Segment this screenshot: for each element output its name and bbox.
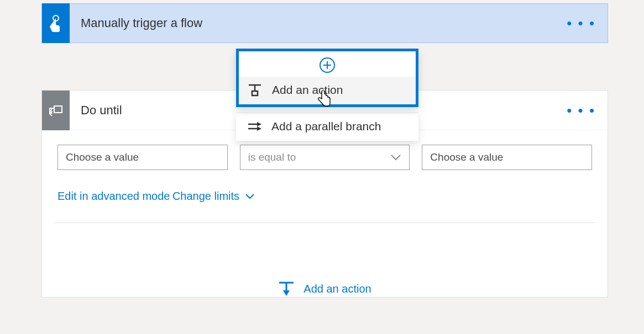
popup-add-action-label: Add an action (272, 83, 343, 97)
trigger-icon-box (42, 3, 70, 43)
plus-circle-icon (319, 57, 336, 73)
trigger-menu-button[interactable]: • • • (567, 16, 608, 30)
trigger-title: Manually trigger a flow (70, 16, 567, 30)
condition-row: is equal to (57, 145, 592, 170)
add-action-icon (248, 83, 262, 97)
svg-rect-10 (252, 91, 258, 96)
condition-right-input[interactable] (422, 145, 592, 170)
trigger-card[interactable]: Manually trigger a flow • • • (41, 3, 608, 43)
insert-step-popup: Add an action (236, 49, 418, 107)
svg-marker-4 (283, 290, 290, 296)
do-until-menu-button[interactable]: • • • (567, 103, 608, 118)
inner-add-action-button[interactable]: Add an action (57, 223, 592, 297)
svg-rect-1 (54, 106, 62, 113)
condition-left-input[interactable] (57, 145, 228, 170)
popup-parallel-branch-label: Add a parallel branch (271, 120, 381, 133)
svg-marker-14 (257, 126, 261, 131)
add-action-icon (278, 280, 295, 297)
insert-step-plus[interactable] (239, 51, 416, 77)
touch-icon (48, 14, 64, 33)
parallel-branch-icon (247, 121, 261, 132)
do-until-icon (49, 104, 63, 116)
change-limits-label: Change limits (172, 190, 239, 203)
chevron-down-icon (245, 193, 255, 199)
popup-add-parallel-branch[interactable]: Add a parallel branch (236, 113, 418, 141)
svg-marker-12 (257, 122, 261, 126)
do-until-icon-box (42, 91, 70, 130)
operator-label: is equal to (248, 151, 296, 163)
inner-add-action-label: Add an action (303, 283, 371, 295)
edit-advanced-link[interactable]: Edit in advanced mode (57, 190, 170, 203)
popup-add-action[interactable]: Add an action (239, 77, 416, 104)
change-limits-toggle[interactable]: Change limits (172, 190, 255, 203)
chevron-down-icon (390, 154, 401, 161)
condition-operator-select[interactable]: is equal to (240, 145, 410, 170)
